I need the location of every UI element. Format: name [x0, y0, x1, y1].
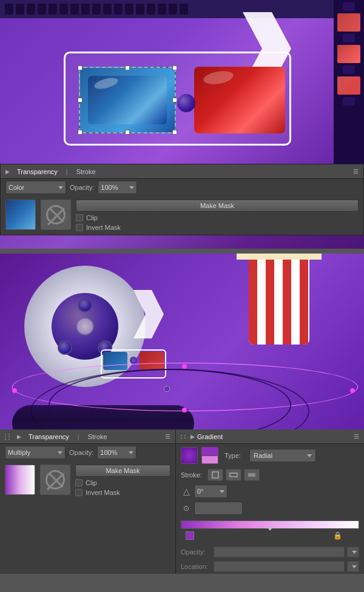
opacity-dropdown[interactable]: 100%	[98, 181, 137, 194]
svg-rect-0	[212, 472, 218, 478]
popcorn-cup	[249, 260, 309, 345]
stroke-label: Stroke:	[181, 471, 205, 479]
film-hole	[158, 4, 166, 15]
resize-handle-ml[interactable]	[78, 98, 83, 103]
resize-handle-bm[interactable]	[125, 130, 130, 135]
selection-dot-3[interactable]	[182, 364, 187, 369]
lock-gradient-button[interactable]: 🔒	[333, 531, 342, 540]
opacity-arrow-icon	[129, 186, 134, 189]
clip-row: Clip	[76, 214, 359, 221]
make-mask-button[interactable]: Make Mask	[76, 200, 359, 212]
tab-divider-bottom: |	[78, 433, 79, 440]
top-illustration	[0, 0, 364, 164]
reel-hole-top	[78, 298, 92, 312]
no-edit-swatch[interactable]	[41, 200, 71, 230]
tab-stroke-bottom[interactable]: Stroke	[86, 432, 110, 442]
invert-mask-checkbox-bottom[interactable]	[75, 489, 83, 496]
opacity-arrow-bottom-icon	[129, 451, 133, 454]
red-lens[interactable]	[194, 67, 285, 133]
selection-dot-1[interactable]	[12, 388, 17, 393]
panel-menu-bottom[interactable]: ☰	[165, 433, 170, 440]
stroke-type-2-icon	[229, 471, 238, 479]
selection-dot-2[interactable]	[350, 388, 355, 393]
clip-checkbox-bottom[interactable]	[75, 479, 83, 486]
gradient-swatch-inner	[5, 465, 35, 494]
swatch-inner	[6, 200, 35, 229]
location-label: Location:	[181, 563, 211, 570]
blend-mode-arrow-bottom-icon	[58, 451, 62, 454]
stroke-btn-1[interactable]	[207, 469, 223, 481]
resize-handle-tm[interactable]	[125, 66, 130, 70]
panel-menu-icon[interactable]: ☰	[353, 168, 359, 175]
glasses-illustration-area	[36, 42, 328, 164]
type-arrow-icon	[307, 454, 312, 457]
angle-row: △ 0°	[176, 483, 364, 500]
gradient-stop-swatch-left[interactable]	[186, 531, 194, 540]
invert-mask-checkbox[interactable]	[76, 224, 83, 231]
opacity-gradient-dropdown[interactable]	[347, 547, 359, 557]
location-dropdown[interactable]	[347, 561, 359, 572]
film-hole	[16, 4, 24, 15]
gradient-edit-bottom	[201, 456, 218, 464]
panel-grip-icon: ▶	[5, 169, 10, 175]
blend-mode-dropdown-bottom[interactable]: Multiply	[5, 446, 66, 459]
popcorn-box	[243, 260, 315, 381]
clip-checkbox[interactable]	[76, 214, 83, 221]
opacity-gradient-field[interactable]	[214, 547, 345, 557]
gradient-swatch-bottom[interactable]	[5, 465, 35, 495]
blend-mode-dropdown[interactable]: Color	[5, 181, 66, 194]
angle-icon: △	[181, 486, 192, 497]
grip-icon	[5, 434, 11, 440]
opacity-label-bottom: Opacity:	[69, 449, 93, 456]
no-edit-diag-icon	[47, 208, 65, 226]
location-field[interactable]	[214, 561, 345, 572]
svg-rect-1	[230, 473, 237, 477]
tab-divider: |	[66, 168, 68, 175]
film-hole	[147, 4, 155, 15]
opacity-label: Opacity:	[70, 184, 94, 191]
film-hole	[5, 4, 13, 15]
make-mask-button-bottom[interactable]: Make Mask	[75, 465, 170, 477]
film-hole	[169, 4, 177, 15]
resize-handle-br[interactable]	[172, 130, 177, 135]
opacity-gradient-label: Opacity:	[181, 548, 211, 556]
gradient-panel-menu-icon[interactable]: ☰	[354, 433, 359, 440]
resize-handle-tl[interactable]	[78, 66, 83, 70]
aspect-row: ⊙	[176, 500, 364, 517]
film-hole	[180, 4, 188, 15]
invert-mask-row-bottom: Invert Mask	[75, 489, 170, 496]
no-edit-swatch-bottom[interactable]	[40, 465, 70, 495]
aspect-field[interactable]	[194, 502, 243, 515]
film-hole	[49, 4, 57, 15]
stroke-btn-3[interactable]	[244, 469, 260, 481]
type-dropdown[interactable]: Radial	[249, 449, 316, 462]
location-row-gradient: Location:	[176, 559, 364, 574]
tab-stroke[interactable]: Stroke	[74, 167, 98, 177]
tab-transparency-bottom[interactable]: Transparency	[26, 432, 72, 442]
film-hole	[38, 4, 46, 15]
opacity-dropdown-bottom[interactable]: 100%	[97, 446, 136, 459]
resize-handle-bl[interactable]	[78, 130, 83, 135]
stroke-btn-2[interactable]	[226, 469, 241, 481]
gradient-stop-indicator[interactable]	[267, 527, 273, 531]
cup-stripe-1	[249, 260, 257, 345]
panel-body-bottom: Make Mask Clip Invert Mask	[0, 461, 175, 500]
angle-field[interactable]: 0°	[194, 485, 228, 498]
resize-handle-tr[interactable]	[172, 66, 177, 70]
gradient-color-swatch[interactable]	[181, 447, 198, 464]
film-hole	[92, 4, 101, 15]
top-section: ▶ Transparency | Stroke ☰ Color Opacity:…	[0, 0, 364, 249]
film-strip-right	[334, 0, 364, 164]
invert-mask-label: Invert Mask	[86, 224, 121, 231]
blue-lens-selected[interactable]	[79, 67, 176, 133]
film-hole	[59, 4, 68, 15]
film-hole	[27, 4, 35, 15]
svg-rect-2	[248, 473, 255, 477]
popcorn-top	[237, 254, 322, 260]
gradient-edit-swatch[interactable]	[201, 447, 218, 464]
transparency-swatch[interactable]	[5, 200, 36, 230]
tab-transparency[interactable]: Transparency	[15, 167, 60, 177]
stroke-row: Stroke:	[176, 467, 364, 483]
resize-handle-mr[interactable]	[172, 98, 177, 103]
red-lens-highlight	[203, 69, 235, 86]
